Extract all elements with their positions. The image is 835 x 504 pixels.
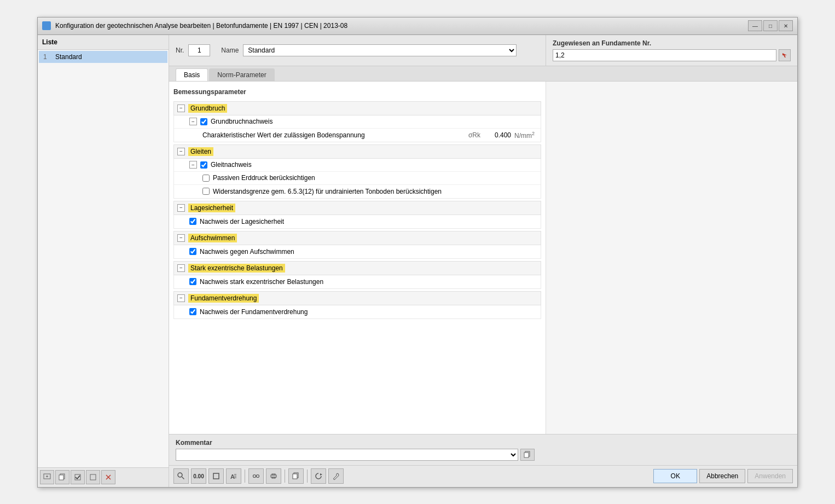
- section-aufschwimmen: − Aufschwimmen Nachweis gegen Aufschwimm…: [173, 231, 541, 259]
- expand-gleitnachweis[interactable]: −: [189, 161, 197, 169]
- nr-input[interactable]: [188, 44, 210, 56]
- section-fundamentverdrehung-header[interactable]: − Fundamentverdrehung: [173, 291, 541, 305]
- copy-comment-icon: [524, 451, 531, 459]
- section-aufschwimmen-title: Aufschwimmen: [188, 234, 237, 242]
- section-gleiten: − Gleiten − Gleitnachweis: [173, 144, 541, 199]
- wrench-tool-button[interactable]: [328, 468, 344, 484]
- section-gleiten-header[interactable]: − Gleiten: [173, 144, 541, 159]
- section-grundbruch-content: − Grundbruchnachweis Charakteristischer …: [173, 115, 541, 142]
- add-item-button[interactable]: [40, 470, 54, 484]
- assigned-input[interactable]: [553, 49, 776, 61]
- nachweis-lagesicherheit-checkbox[interactable]: [189, 218, 196, 225]
- delete-item-button[interactable]: [101, 470, 115, 484]
- minimize-button[interactable]: —: [748, 20, 762, 31]
- text-icon: A: [230, 472, 237, 480]
- link-icon: [252, 472, 260, 480]
- cancel-button[interactable]: Abbrechen: [699, 469, 745, 483]
- link-tool-button[interactable]: [248, 468, 264, 484]
- assigned-label: Zugewiesen an Fundamente Nr.: [553, 39, 791, 47]
- name-select[interactable]: Standard: [243, 44, 517, 56]
- list-item[interactable]: 1 Standard: [39, 51, 167, 63]
- cursor-icon: [781, 52, 788, 59]
- comment-label: Kommentar: [176, 439, 535, 447]
- expand-grundbruch[interactable]: −: [177, 105, 185, 112]
- expand-stark-exzentrisch[interactable]: −: [177, 264, 185, 272]
- section-stark-exzentrisch-header[interactable]: − Stark exzentrische Belastungen: [173, 261, 541, 275]
- expand-gleiten[interactable]: −: [177, 148, 185, 155]
- tab-basis[interactable]: Basis: [176, 68, 208, 81]
- widerstandsgrenze-check-wrap: Widerstandsgrenze gem. 6.5.3(12) für und…: [202, 188, 442, 195]
- content-area: Liste 1 Standard: [38, 35, 797, 487]
- nachweis-exzentrisch-checkbox[interactable]: [189, 278, 196, 285]
- maximize-button[interactable]: □: [763, 20, 778, 31]
- svg-marker-9: [782, 53, 787, 57]
- apply-button[interactable]: Anwenden: [747, 469, 793, 483]
- copy-tool-button[interactable]: [288, 468, 304, 484]
- passiven-erddruck-check-wrap: Passiven Erddruck berücksichtigen: [202, 174, 315, 182]
- search-icon: [177, 472, 185, 480]
- check-on-button[interactable]: [71, 470, 85, 484]
- check-off-button[interactable]: [86, 470, 100, 484]
- header-left: Nr. Name Standard: [169, 35, 546, 66]
- passiven-erddruck-checkbox[interactable]: [202, 175, 210, 182]
- params-area: Bemessungsparameter − Grundbruch −: [169, 82, 546, 434]
- box-tool-button[interactable]: [208, 468, 224, 484]
- toolbar-separator-3: [307, 470, 308, 483]
- assigned-select-button[interactable]: [779, 49, 791, 61]
- svg-rect-6: [90, 474, 96, 480]
- nachweis-fundamentverdrehung-check-wrap: Nachweis der Fundamentverdrehung: [189, 308, 308, 316]
- list-header: Liste: [38, 35, 169, 50]
- ok-button[interactable]: OK: [653, 469, 697, 483]
- svg-rect-24: [272, 477, 275, 478]
- value-tool-button[interactable]: 0.00: [191, 468, 206, 484]
- right-side-panel: [546, 82, 797, 434]
- left-panel: Liste 1 Standard: [38, 35, 169, 487]
- section-aufschwimmen-content: Nachweis gegen Aufschwimmen: [173, 245, 541, 259]
- section-fundamentverdrehung-title: Fundamentverdrehung: [188, 294, 259, 303]
- nr-label: Nr.: [176, 47, 184, 54]
- gleitnachweis-checkbox[interactable]: [200, 161, 207, 169]
- window-title: Konfiguration der geotechnischen Analyse…: [55, 22, 748, 30]
- svg-point-20: [257, 475, 259, 478]
- section-lagesicherheit-header[interactable]: − Lagesicherheit: [173, 201, 541, 215]
- header-row: Nr. Name Standard Zugewiesen an Fundamen…: [169, 35, 797, 66]
- reset-tool-button[interactable]: [311, 468, 326, 484]
- svg-rect-23: [272, 474, 275, 475]
- comment-select-row: [176, 449, 535, 461]
- section-grundbruch-title: Grundbruch: [188, 104, 227, 113]
- widerstandsgrenze-checkbox[interactable]: [202, 188, 210, 195]
- expand-lagesicherheit[interactable]: −: [177, 204, 185, 212]
- param-row-char-wert: Charakteristischer Wert der zulässigen B…: [174, 129, 541, 142]
- copy-item-button[interactable]: [55, 470, 69, 484]
- section-grundbruch-header[interactable]: − Grundbruch: [173, 101, 541, 115]
- close-button[interactable]: ✕: [779, 20, 793, 31]
- nachweis-aufschwimmen-checkbox[interactable]: [189, 248, 196, 255]
- svg-line-13: [182, 477, 184, 479]
- expand-aufschwimmen[interactable]: −: [177, 234, 185, 242]
- text-tool-button[interactable]: A: [226, 468, 241, 484]
- expand-fundamentverdrehung[interactable]: −: [177, 294, 185, 302]
- nachweis-fundamentverdrehung-checkbox[interactable]: [189, 308, 196, 315]
- search-tool-button[interactable]: [173, 468, 189, 484]
- grundbruchnachweis-checkbox[interactable]: [200, 118, 207, 125]
- tab-norm-parameter[interactable]: Norm-Parameter: [209, 68, 274, 81]
- char-wert-value: 0.400: [484, 131, 511, 139]
- param-row-grundbruchnachweis: − Grundbruchnachweis: [174, 115, 541, 129]
- title-bar: Konfiguration der geotechnischen Analyse…: [38, 18, 797, 35]
- list-area: 1 Standard: [38, 50, 169, 467]
- char-wert-symbol: σRk: [464, 131, 480, 139]
- comment-select[interactable]: [176, 449, 518, 461]
- passiven-erddruck-label: Passiven Erddruck berücksichtigen: [213, 174, 315, 182]
- svg-marker-27: [320, 473, 322, 476]
- comment-copy-button[interactable]: [520, 449, 535, 461]
- section-aufschwimmen-header[interactable]: − Aufschwimmen: [173, 231, 541, 245]
- tab-content: Bemessungsparameter − Grundbruch −: [169, 82, 797, 434]
- char-wert-values: σRk 0.400 N/mm2: [464, 131, 536, 140]
- bottom-toolbar: 0.00 A: [169, 465, 797, 487]
- grundbruchnachweis-label: Grundbruchnachweis: [211, 118, 272, 125]
- header-right: Zugewiesen an Fundamente Nr.: [546, 35, 797, 66]
- svg-text:A: A: [230, 473, 235, 480]
- expand-grundbruchnachweis[interactable]: −: [189, 118, 197, 125]
- widerstandsgrenze-label: Widerstandsgrenze gem. 6.5.3(12) für und…: [213, 188, 442, 195]
- settings-tool-button[interactable]: [266, 468, 281, 484]
